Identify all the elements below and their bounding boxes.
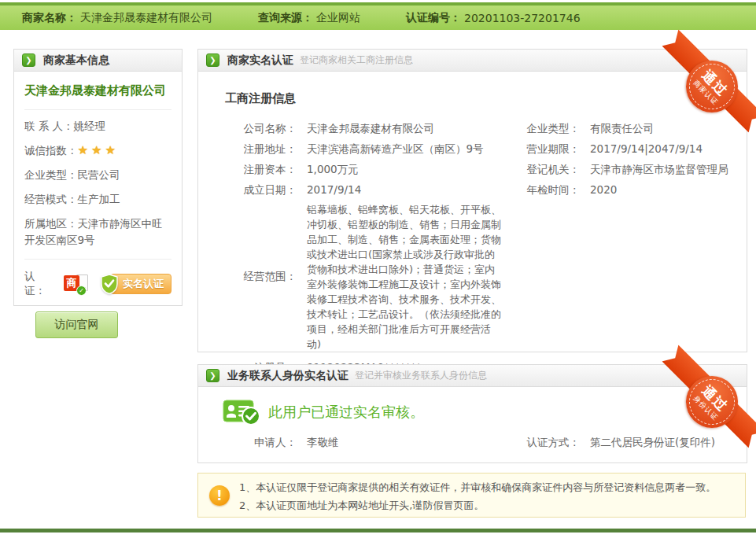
field-value: 天津市静海区市场监督管理局 <box>590 159 728 179</box>
notice-box: ! 1、本认证仅限于登记商家提供的相关有效证件，并审核和确保商家证件内容与所登记… <box>197 473 746 518</box>
chevron-right-icon: ❯ <box>22 53 35 67</box>
footer-divider <box>0 529 756 532</box>
field-row: 注册地址： 天津滨港高新铸造产业区（南区）9号 <box>198 138 503 159</box>
section2-title: 业务联系人身份实名认证 <box>227 369 348 383</box>
fields-right-column: 企业类型： 有限责任公司 营业期限： 2017/9/14|2047/9/14 登… <box>503 118 747 398</box>
field-value: 天津金邦晟泰建材有限公司 <box>307 118 434 138</box>
field-label: 注册资本： <box>198 159 297 179</box>
field-value: 1,000万元 <box>307 159 359 179</box>
star-icon: ★ <box>105 143 115 157</box>
field-label: 企业类型： <box>503 118 580 138</box>
credit-row: 诚信指数：★★★ <box>24 142 171 159</box>
cert-method-label: 认证方式： <box>503 432 580 452</box>
business-model-row: 经营模式：生产加工 <box>24 191 171 208</box>
applicant-right-column: 认证方式： 第二代居民身份证(复印件) <box>503 432 747 452</box>
topbar-query-source: 查询来源： 企业网站 <box>258 11 360 25</box>
registration-fields: 公司名称： 天津金邦晟泰建材有限公司 注册地址： 天津滨港高新铸造产业区（南区）… <box>198 118 747 398</box>
star-icon: ★ <box>78 143 88 157</box>
contact-label: 联 系 人： <box>24 120 74 132</box>
company-type-value: 民营公司 <box>78 168 120 181</box>
credit-label: 诚信指数： <box>24 144 78 157</box>
company-type-row: 企业类型：民营公司 <box>24 167 171 183</box>
cert-method-value: 第二代居民身份证(复印件) <box>590 432 715 452</box>
notice-line-1: 1、本认证仅限于登记商家提供的相关有效证件，并审核和确保商家证件内容与所登记资料… <box>239 478 716 496</box>
section1-title: 商家实名认证 <box>227 53 293 68</box>
sidebar-body: 天津金邦晟泰建材有限公司 联 系 人：姚经理 诚信指数：★★★ 企业类型：民营公… <box>14 72 182 338</box>
applicant-fields: 申请人： 李敬维 认证方式： 第二代居民身份证(复印件) <box>198 432 747 452</box>
topbar-merchant-name: 商家名称： 天津金邦晟泰建材有限公司 <box>22 11 212 25</box>
applicant-value: 李敬维 <box>307 432 339 452</box>
business-model-value: 生产加工 <box>78 193 120 205</box>
notice-line-2: 2、本认证页面地址为本网站地址开头,谨防假冒页面。 <box>239 496 716 514</box>
check-icon: ✓ <box>76 286 87 296</box>
field-row: 注册资本： 1,000万元 <box>198 159 503 179</box>
cert-number-label: 认证编号： <box>406 11 461 25</box>
merchant-basic-info-panel: ❯ 商家基本信息 天津金邦晟泰建材有限公司 联 系 人：姚经理 诚信指数：★★★… <box>13 49 183 306</box>
realname-cert-badge[interactable]: 实名认证 <box>100 274 171 294</box>
sidebar-header: ❯ 商家基本信息 <box>14 50 182 72</box>
registration-info-heading: 工商注册信息 <box>225 91 747 106</box>
field-value: 有限责任公司 <box>590 118 654 138</box>
merchant-cert-icon[interactable]: 商 ✓ <box>64 274 89 295</box>
contact-row: 联 系 人：姚经理 <box>24 118 171 134</box>
chevron-right-icon: ❯ <box>206 53 219 67</box>
section1-subtitle: 登记商家相关工商注册信息 <box>300 53 413 67</box>
section1-header: ❯ 商家实名认证 登记商家相关工商注册信息 <box>198 50 747 72</box>
applicant-row: 申请人： 李敬维 <box>198 432 503 452</box>
field-row: 成立日期： 2017/9/14 <box>198 179 503 200</box>
cert-method-row: 认证方式： 第二代居民身份证(复印件) <box>503 432 747 452</box>
credit-stars: ★★★ <box>78 144 119 157</box>
identity-pass-text: 此用户已通过实名审核。 <box>268 403 424 422</box>
field-row: 年检时间： 2020 <box>503 179 747 200</box>
fields-left-column: 公司名称： 天津金邦晟泰建材有限公司 注册地址： 天津滨港高新铸造产业区（南区）… <box>198 118 503 398</box>
applicant-left-column: 申请人： 李敬维 <box>198 432 503 452</box>
field-value: 2020 <box>590 179 617 200</box>
field-row: 营业期限： 2017/9/14|2047/9/14 <box>503 138 747 159</box>
field-label: 注册地址： <box>198 138 297 159</box>
section2-header: ❯ 业务联系人身份实名认证 登记并审核业务联系人身份信息 <box>198 365 747 387</box>
business-scope-value: 铝幕墙板、铝蜂窝板、铝天花板、开平板、冲切板、铝塑板的制造、销售；日用金属制品加… <box>307 202 503 352</box>
field-label: 登记机关： <box>503 159 580 179</box>
cert-number-value: 20201103-27201746 <box>464 12 581 24</box>
star-icon: ★ <box>91 143 101 157</box>
applicant-label: 申请人： <box>198 432 297 452</box>
merchant-name-value: 天津金邦晟泰建材有限公司 <box>80 11 212 25</box>
chevron-right-icon: ❯ <box>206 369 219 382</box>
field-label: 年检时间： <box>503 179 580 200</box>
contact-value: 姚经理 <box>74 120 106 132</box>
region-label: 所属地区： <box>24 217 78 230</box>
company-type-label: 企业类型： <box>24 168 78 181</box>
field-label: 营业期限： <box>503 138 580 159</box>
identity-pass-row: 此用户已通过实名审核。 <box>223 399 747 426</box>
shield-check-icon <box>100 274 119 294</box>
topbar-cert-number: 认证编号： 20201103-27201746 <box>406 11 581 25</box>
query-source-value: 企业网站 <box>316 11 360 25</box>
field-value: 天津滨港高新铸造产业区（南区）9号 <box>307 138 484 159</box>
page: 商家名称： 天津金邦晟泰建材有限公司 查询来源： 企业网站 认证编号： 2020… <box>0 0 756 538</box>
field-row: 企业类型： 有限责任公司 <box>503 118 747 138</box>
merchant-realname-cert-panel: ❯ 商家实名认证 登记商家相关工商注册信息 工商注册信息 公司名称： 天津金邦晟… <box>197 49 747 352</box>
certification-row: 认 证： 商 ✓ 实名认证 <box>24 259 171 298</box>
top-bar: 商家名称： 天津金邦晟泰建材有限公司 查询来源： 企业网站 认证编号： 2020… <box>0 6 756 30</box>
field-value: 2017/9/14 <box>307 179 361 200</box>
field-value: 2017/9/14|2047/9/14 <box>590 138 703 159</box>
company-name: 天津金邦晟泰建材有限公司 <box>24 72 171 110</box>
field-label: 公司名称： <box>198 118 297 138</box>
business-scope-label: 经营范围： <box>198 270 297 284</box>
section2-subtitle: 登记并审核业务联系人身份信息 <box>355 369 487 382</box>
business-scope-row: 经营范围： 铝幕墙板、铝蜂窝板、铝天花板、开平板、冲切板、铝塑板的制造、销售；日… <box>198 202 503 352</box>
merchant-name-label: 商家名称： <box>22 11 77 25</box>
notice-text: 1、本认证仅限于登记商家提供的相关有效证件，并审核和确保商家证件内容与所登记资料… <box>239 477 716 514</box>
visit-official-site-button[interactable]: 访问官网 <box>35 311 118 338</box>
sidebar-title: 商家基本信息 <box>43 53 109 68</box>
region-row: 所属地区：天津市静海区中旺开发区南区9号 <box>24 216 171 249</box>
certification-label: 认 证： <box>24 270 59 298</box>
contact-identity-cert-panel: ❯ 业务联系人身份实名认证 登记并审核业务联系人身份信息 此用户已通过实名审核。 <box>197 364 747 463</box>
field-row: 登记机关： 天津市静海区市场监督管理局 <box>503 159 747 179</box>
field-row: 公司名称： 天津金邦晟泰建材有限公司 <box>198 118 503 138</box>
field-label: 成立日期： <box>198 179 297 200</box>
id-card-check-icon <box>223 399 260 426</box>
warning-icon: ! <box>209 485 230 506</box>
realname-badge-label: 实名认证 <box>110 274 171 294</box>
query-source-label: 查询来源： <box>258 11 313 25</box>
